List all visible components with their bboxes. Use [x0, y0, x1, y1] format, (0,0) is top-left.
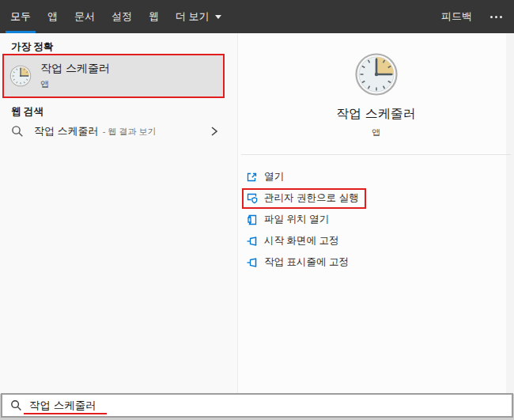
- pin-start-icon: [246, 235, 259, 248]
- best-match-result[interactable]: 작업 스케줄러 앱: [4, 55, 223, 96]
- action-open-label: 열기: [264, 170, 284, 184]
- tab-all-label: 모두: [10, 9, 31, 24]
- tab-web[interactable]: 웹: [144, 0, 164, 33]
- task-scheduler-icon-large: [354, 52, 399, 96]
- action-open[interactable]: 열기: [238, 166, 514, 187]
- file-location-icon: [246, 214, 259, 226]
- app-title: 작업 스케줄러: [238, 106, 514, 123]
- search-icon: [11, 125, 24, 138]
- tab-apps-label: 앱: [47, 9, 58, 24]
- open-icon: [246, 171, 259, 184]
- tab-all[interactable]: 모두: [6, 0, 36, 33]
- web-search-header: 웹 검색: [11, 105, 43, 119]
- app-subtitle: 앱: [238, 127, 514, 138]
- search-icon: [10, 399, 22, 411]
- topbar-right: 피드백: [437, 0, 514, 33]
- tab-apps[interactable]: 앱: [43, 0, 62, 33]
- search-results-panel: 가장 정확 작업 스케줄러 앱 웹 검색 작업 스케줄러 - 웹 결과 보기: [0, 33, 237, 394]
- tab-web-label: 웹: [149, 9, 159, 24]
- action-open-file-location[interactable]: 파일 위치 열기: [238, 209, 514, 230]
- tab-more[interactable]: 더 보기: [171, 0, 226, 33]
- more-options-icon[interactable]: [490, 16, 502, 18]
- web-search-result[interactable]: 작업 스케줄러 - 웹 결과 보기: [0, 119, 237, 144]
- best-match-title: 작업 스케줄러: [40, 62, 110, 76]
- action-list: 열기 관리자 권한으로 실행: [238, 166, 514, 273]
- task-scheduler-icon: [9, 65, 32, 87]
- tab-documents[interactable]: 문서: [70, 0, 100, 33]
- action-pin-to-taskbar[interactable]: 작업 표시줄에 고정: [238, 252, 514, 273]
- pin-taskbar-icon: [246, 256, 259, 269]
- chevron-down-icon: [215, 15, 221, 19]
- run-as-admin-icon: [246, 192, 259, 205]
- feedback-button[interactable]: 피드백: [437, 7, 477, 26]
- tab-settings-label: 설정: [111, 9, 132, 24]
- chevron-right-icon: [210, 126, 218, 137]
- web-result-query: 작업 스케줄러: [34, 124, 99, 138]
- windows-search-flyout: 모두 앱 문서 설정 웹 더 보기 피드백 가장 정확 작업 스케줄러 앱 웹 …: [0, 0, 514, 420]
- action-run-as-admin-label: 관리자 권한으로 실행: [264, 191, 358, 205]
- tab-documents-label: 문서: [74, 9, 95, 24]
- feedback-label: 피드백: [441, 9, 472, 24]
- web-result-suffix: - 웹 결과 보기: [103, 126, 157, 138]
- best-match-header: 가장 정확: [11, 40, 53, 54]
- tab-settings[interactable]: 설정: [107, 0, 137, 33]
- preview-panel: 작업 스케줄러 앱 열기: [237, 33, 514, 394]
- search-input[interactable]: [29, 399, 346, 411]
- best-match-subtitle: 앱: [40, 78, 110, 90]
- annotation-underline-query: [24, 413, 107, 414]
- action-pin-to-start-label: 시작 화면에 고정: [264, 234, 338, 248]
- action-run-as-admin[interactable]: 관리자 권한으로 실행: [238, 187, 514, 209]
- divider: [241, 154, 511, 155]
- taskbar-search-box[interactable]: [1, 393, 513, 418]
- action-pin-to-taskbar-label: 작업 표시줄에 고정: [264, 255, 349, 269]
- action-pin-to-start[interactable]: 시작 화면에 고정: [238, 230, 514, 252]
- action-open-file-location-label: 파일 위치 열기: [264, 213, 329, 226]
- tab-more-label: 더 보기: [176, 9, 210, 24]
- best-match-text: 작업 스케줄러 앱: [40, 62, 110, 90]
- search-filter-bar: 모두 앱 문서 설정 웹 더 보기 피드백: [0, 0, 514, 33]
